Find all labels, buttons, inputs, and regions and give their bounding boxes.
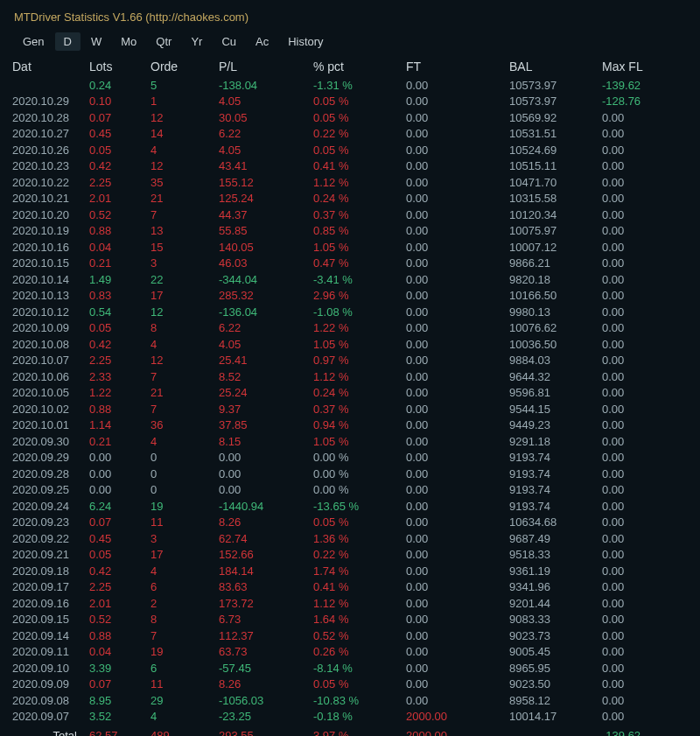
cell-ft: 0.00 (406, 321, 509, 334)
col-pct[interactable]: % pct (313, 60, 406, 74)
cell-orde: 7 (150, 208, 219, 221)
cell-lots: 0.52 (89, 208, 150, 221)
cell-ft: 0.00 (406, 289, 509, 302)
table-row[interactable]: 2020.09.110.041963.730.26 %0.009005.450.… (5, 644, 695, 661)
cell-pl: 0.00 (219, 467, 313, 480)
tab-gen[interactable]: Gen (14, 32, 53, 51)
cell-orde: 7 (150, 629, 219, 642)
cell-pct: 1.64 % (313, 613, 406, 626)
table-row[interactable]: 2020.10.130.8317285.322.96 %0.0010166.50… (5, 288, 695, 305)
table-row[interactable]: 2020.09.210.0517152.660.22 %0.009518.330… (5, 547, 695, 564)
table-row[interactable]: 2020.10.011.143637.850.94 %0.009449.230.… (5, 417, 695, 434)
cell-date: 2020.10.26 (9, 144, 89, 157)
cell-ft: 0.00 (406, 645, 509, 658)
total-label: Total (9, 729, 89, 736)
tab-ac[interactable]: Ac (247, 32, 277, 51)
table-row[interactable]: 2020.09.140.887112.370.52 %0.009023.730.… (5, 627, 695, 644)
table-row[interactable]: 2020.09.090.07118.260.05 %0.009023.500.0… (5, 676, 695, 693)
table-row[interactable]: 2020.09.300.2148.151.05 %0.009291.180.00 (5, 433, 695, 450)
cell-lots: 0.42 (89, 564, 150, 578)
cell-bal: 8965.95 (509, 662, 602, 675)
tab-cu[interactable]: Cu (213, 32, 245, 51)
table-row[interactable]: 2020.09.088.9529-1056.03-10.83 %0.008958… (5, 692, 695, 709)
table-row[interactable]: 2020.10.160.0415140.051.05 %0.0010007.12… (5, 239, 695, 256)
cell-bal: 9820.18 (509, 273, 602, 286)
table-row[interactable]: 2020.10.190.881355.850.85 %0.0010075.970… (5, 223, 695, 240)
table-row[interactable]: 2020.10.280.071230.050.05 %0.0010569.920… (5, 109, 695, 126)
cell-ft: 0.00 (406, 192, 509, 205)
table-row[interactable]: 2020.10.222.2535155.121.12 %0.0010471.70… (5, 174, 695, 191)
cell-ft: 0.00 (406, 273, 509, 286)
tab-d[interactable]: D (55, 32, 80, 51)
cell-max: 0.00 (602, 370, 681, 383)
cell-pct: -1.31 % (313, 79, 406, 92)
col-ft[interactable]: FT (406, 60, 509, 74)
tab-history[interactable]: History (279, 32, 332, 51)
col-orde[interactable]: Orde (150, 60, 219, 74)
table-row[interactable]: 2020.10.062.3378.521.12 %0.009644.320.00 (5, 368, 695, 385)
table-row[interactable]: 2020.09.280.0000.000.00 %0.009193.740.00 (5, 466, 695, 482)
cell-bal: 10515.11 (509, 159, 602, 172)
table-row[interactable]: 2020.10.080.4244.051.05 %0.0010036.500.0… (5, 336, 695, 353)
col-bal[interactable]: BAL (509, 60, 602, 74)
cell-date: 2020.10.02 (9, 403, 89, 416)
cell-ft: 0.00 (406, 580, 509, 593)
col-pl[interactable]: P/L (219, 60, 313, 74)
table-row[interactable]: 2020.10.090.0586.221.22 %0.0010076.620.0… (5, 320, 695, 337)
table-row[interactable]: 2020.10.120.5412-136.04-1.08 %0.009980.1… (5, 304, 695, 320)
cell-pl: 6.22 (219, 127, 313, 140)
tab-w[interactable]: W (82, 32, 110, 51)
cell-ft: 0.00 (406, 224, 509, 237)
table-row[interactable]: 2020.09.180.424184.141.74 %0.009361.190.… (5, 563, 695, 579)
cell-pl: 173.72 (219, 597, 313, 610)
cell-max: 0.00 (602, 256, 681, 270)
cell-ft: 0.00 (406, 354, 509, 367)
cell-pct: -10.83 % (313, 694, 406, 707)
table-row[interactable]: 2020.10.212.0121125.240.24 %0.0010315.58… (5, 191, 695, 207)
cell-date: 2020.09.18 (9, 564, 89, 578)
cell-pl: 83.63 (219, 580, 313, 593)
table-row[interactable]: 2020.10.200.52744.370.37 %0.0010120.340.… (5, 207, 695, 223)
table-row[interactable]: 2020.09.162.012173.721.12 %0.009201.440.… (5, 595, 695, 612)
table-row[interactable]: 2020.10.150.21346.030.47 %0.009866.210.0… (5, 256, 695, 272)
tab-yr[interactable]: Yr (182, 32, 211, 51)
col-max[interactable]: Max FL (602, 60, 681, 74)
table-row[interactable]: 2020.09.172.25683.630.41 %0.009341.960.0… (5, 579, 695, 596)
cell-pl: 46.03 (219, 256, 313, 270)
summary-row[interactable]: 0.24 5 -138.04 -1.31 % 0.00 10573.97 -13… (5, 77, 695, 94)
cell-max: 0.00 (602, 564, 681, 578)
cell-orde: 19 (150, 645, 219, 658)
table-row[interactable]: 2020.10.051.222125.240.24 %0.009596.810.… (5, 385, 695, 402)
cell-orde: 3 (150, 532, 219, 545)
cell-pl: 8.15 (219, 435, 313, 448)
tab-qtr[interactable]: Qtr (147, 32, 180, 51)
cell-date: 2020.09.28 (9, 467, 89, 480)
table-row[interactable]: 2020.10.260.0544.050.05 %0.0010524.690.0… (5, 142, 695, 158)
table-row[interactable]: 2020.10.270.45146.220.22 %0.0010531.510.… (5, 126, 695, 143)
cell-pct: 0.94 % (313, 418, 406, 431)
col-date[interactable]: Dat (9, 60, 89, 74)
table-row[interactable]: 2020.10.230.421243.410.41 %0.0010515.110… (5, 158, 695, 175)
tab-mo[interactable]: Mo (112, 32, 145, 51)
cell-bal: 10075.97 (509, 224, 602, 237)
cell-date: 2020.10.28 (9, 111, 89, 124)
table-row[interactable]: 2020.09.073.524-23.25-0.18 %2000.0010014… (5, 709, 695, 725)
table-row[interactable]: 2020.09.230.07118.260.05 %0.0010634.680.… (5, 515, 695, 531)
table-row[interactable]: 2020.09.290.0000.000.00 %0.009193.740.00 (5, 450, 695, 466)
cell-ft: 0.00 (406, 467, 509, 480)
table-row[interactable]: 2020.10.141.4922-344.04-3.41 %0.009820.1… (5, 271, 695, 288)
cell-pl: 6.73 (219, 613, 313, 626)
table-row[interactable]: 2020.09.246.2419-1440.94-13.65 %0.009193… (5, 498, 695, 515)
col-lots[interactable]: Lots (89, 60, 150, 74)
cell-max: 0.00 (602, 710, 681, 723)
table-row[interactable]: 2020.09.250.0000.000.00 %0.009193.740.00 (5, 482, 695, 499)
table-row[interactable]: 2020.09.220.45362.741.36 %0.009687.490.0… (5, 530, 695, 547)
table-row[interactable]: 2020.10.290.1014.050.05 %0.0010573.97-12… (5, 94, 695, 110)
table-row[interactable]: 2020.09.150.5286.731.64 %0.009083.330.00 (5, 612, 695, 628)
cell-ft: 0.00 (406, 515, 509, 529)
cell-bal: 10569.92 (509, 111, 602, 124)
table-row[interactable]: 2020.10.072.251225.410.97 %0.009884.030.… (5, 353, 695, 369)
cell-ft: 0.00 (406, 597, 509, 610)
table-row[interactable]: 2020.09.103.396-57.45-8.14 %0.008965.950… (5, 660, 695, 676)
table-row[interactable]: 2020.10.020.8879.370.37 %0.009544.150.00 (5, 401, 695, 417)
